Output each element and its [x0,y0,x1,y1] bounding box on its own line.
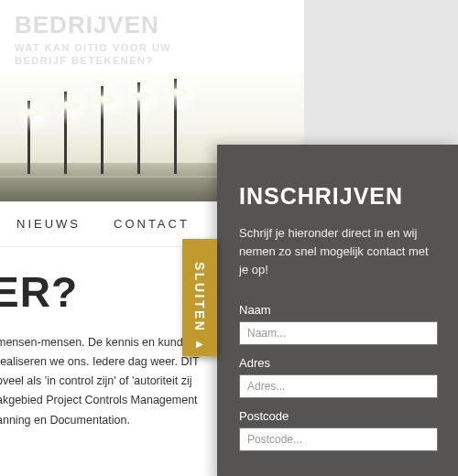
close-tab[interactable]: SLUITEN ▶ [182,239,217,356]
nav-item-nieuws[interactable]: NIEUWS [0,217,97,231]
label-postcode: Postcode [239,409,438,423]
signup-panel: INSCHRIJVEN Schrijf je hieronder direct … [217,145,458,476]
close-tab-label: SLUITEN [192,262,207,332]
header: BEDRIJVEN WAT KAN DITIO VOOR UW BEDRIJF … [0,0,304,73]
tagline-line1: WAT KAN DITIO VOOR UW [15,42,171,53]
logo: BEDRIJVEN [15,11,289,39]
panel-intro: Schrijf je hieronder direct in en wij ne… [239,224,438,279]
nav-item-contact[interactable]: CONTACT [97,217,206,231]
tagline-line2: BEDRIJF BETEKENEN? [15,55,154,66]
adres-input[interactable] [239,374,438,398]
tagline: WAT KAN DITIO VOOR UW BEDRIJF BETEKENEN? [15,41,289,68]
naam-input[interactable] [239,321,438,345]
chevron-right-icon: ▶ [196,339,203,349]
label-adres: Adres [239,356,438,370]
panel-title: INSCHRIJVEN [239,183,438,210]
label-naam: Naam [239,303,438,317]
postcode-input[interactable] [239,427,438,451]
